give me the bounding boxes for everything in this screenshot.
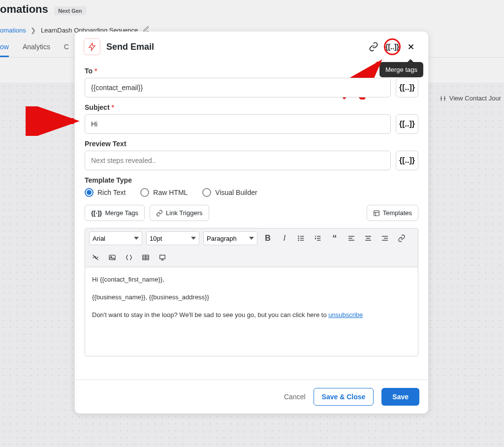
italic-icon[interactable]: I (278, 232, 291, 245)
modal-title: Send Email (106, 42, 363, 52)
unlink-icon[interactable] (89, 251, 102, 264)
lightning-icon (84, 38, 100, 55)
svg-rect-2 (374, 210, 379, 216)
align-left-icon[interactable] (345, 232, 358, 245)
bold-icon[interactable]: B (261, 232, 274, 245)
template-type-label: Template Type (85, 176, 418, 184)
preview-text-label: Preview Text (85, 140, 418, 148)
bullet-list-icon[interactable] (295, 232, 308, 245)
link-icon[interactable] (365, 38, 382, 55)
preview-text-input[interactable] (85, 151, 391, 170)
page-title: omations (0, 3, 48, 16)
image-icon[interactable] (106, 251, 119, 264)
insert-link-icon[interactable] (395, 232, 408, 245)
close-icon[interactable] (403, 38, 419, 55)
chevron-right-icon: ❯ (31, 27, 36, 34)
svg-rect-9 (160, 255, 165, 258)
tab-analytics[interactable]: Analytics (23, 43, 50, 57)
svg-point-1 (444, 97, 445, 98)
merge-tags-header-button[interactable]: {[..]} (384, 38, 401, 55)
merge-tags-button[interactable]: {[·]}Merge Tags (85, 205, 145, 221)
font-size-select[interactable]: 10pt (146, 231, 199, 245)
page-header: omations Next Gen (0, 0, 504, 20)
subject-input[interactable] (85, 114, 391, 134)
view-contact-journey-link[interactable]: View Contact Jour (440, 95, 501, 102)
svg-point-0 (441, 97, 441, 98)
modal-body: To* {[..]} Subject* {[..]} Preview Text … (75, 60, 428, 380)
fullscreen-icon[interactable] (156, 251, 169, 264)
email-editor: Arial 10pt Paragraph B I “ (85, 228, 418, 356)
templates-button[interactable]: Templates (367, 205, 418, 221)
subject-label: Subject* (85, 103, 418, 111)
align-right-icon[interactable] (378, 232, 391, 245)
to-merge-tag-button[interactable]: {[..]} (396, 78, 418, 97)
tab-workflow[interactable]: ow (0, 43, 9, 57)
editor-line-1: Hi {{contact_first_name}}, (92, 274, 411, 285)
editor-line-2: {{business_name}}, {{business_address}} (92, 292, 411, 303)
next-gen-badge: Next Gen (54, 6, 86, 15)
unsubscribe-link[interactable]: unsubscribe (328, 311, 363, 319)
svg-point-4 (298, 238, 299, 238)
save-and-close-button[interactable]: Save & Close (314, 388, 374, 406)
editor-content[interactable]: Hi {{contact_first_name}}, {{business_na… (85, 267, 418, 356)
tab-c[interactable]: C (64, 43, 69, 57)
table-icon[interactable] (139, 251, 152, 264)
subject-merge-tag-button[interactable]: {[..]} (396, 114, 418, 134)
preview-merge-tag-button[interactable]: {[..]} (396, 151, 418, 170)
breadcrumb-item-1[interactable]: omations (0, 27, 26, 34)
to-label: To* (85, 67, 418, 75)
svg-point-5 (298, 240, 299, 240)
font-family-select[interactable]: Arial (89, 231, 142, 245)
radio-raw-html[interactable]: Raw HTML (140, 188, 188, 197)
modal-footer: Cancel Save & Close Save (75, 380, 428, 414)
link-triggers-button[interactable]: Link Triggers (150, 205, 209, 221)
editor-toolbar: Arial 10pt Paragraph B I “ (85, 228, 418, 267)
numbered-list-icon[interactable] (312, 232, 324, 245)
save-button[interactable]: Save (381, 388, 419, 406)
send-email-modal: Send Email {[..]} Merge tags To* {[..]} … (75, 32, 428, 414)
modal-header: Send Email {[..]} (75, 32, 428, 60)
paragraph-select[interactable]: Paragraph (203, 231, 257, 245)
align-center-icon[interactable] (362, 232, 375, 245)
cancel-button[interactable]: Cancel (284, 388, 306, 406)
svg-point-3 (298, 236, 299, 236)
blockquote-icon[interactable]: “ (328, 232, 341, 245)
radio-visual-builder[interactable]: Visual Builder (202, 188, 257, 197)
editor-line-3: Don't want to stay in the loop? We'll be… (92, 311, 328, 319)
radio-rich-text[interactable]: Rich Text (85, 188, 126, 197)
to-input[interactable] (85, 78, 391, 97)
source-code-icon[interactable] (123, 251, 135, 264)
